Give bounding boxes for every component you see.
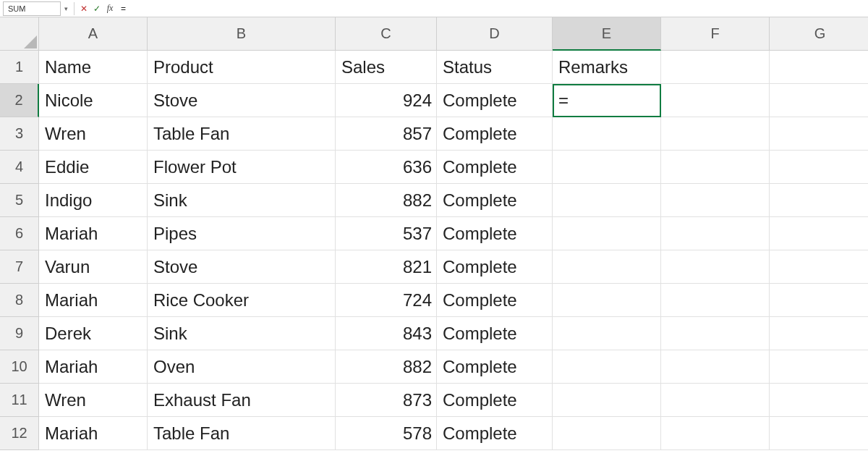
- cell-D10[interactable]: Complete: [437, 350, 553, 384]
- cell-D5[interactable]: Complete: [437, 184, 553, 217]
- cell-E2[interactable]: =: [553, 84, 661, 117]
- cell-G4[interactable]: [770, 151, 868, 184]
- cell-E12[interactable]: [553, 417, 661, 450]
- cell-G8[interactable]: [770, 284, 868, 317]
- cell-E3[interactable]: [553, 117, 661, 151]
- cell-A2[interactable]: Nicole: [39, 84, 148, 117]
- col-header-E[interactable]: E: [553, 17, 661, 51]
- cell-E9[interactable]: [553, 317, 661, 350]
- cell-A8[interactable]: Mariah: [39, 284, 148, 317]
- cell-F1[interactable]: [661, 51, 770, 84]
- cell-G6[interactable]: [770, 217, 868, 250]
- cell-E5[interactable]: [553, 184, 661, 217]
- cell-E1[interactable]: Remarks: [553, 51, 661, 84]
- cell-B5[interactable]: Sink: [148, 184, 336, 217]
- cell-F6[interactable]: [661, 217, 770, 250]
- cell-G11[interactable]: [770, 384, 868, 417]
- cell-B2[interactable]: Stove: [148, 84, 336, 117]
- cell-C9[interactable]: 843: [336, 317, 437, 350]
- cell-E6[interactable]: [553, 217, 661, 250]
- row-header-5[interactable]: 5: [0, 184, 39, 217]
- cell-E11[interactable]: [553, 384, 661, 417]
- cell-F10[interactable]: [661, 350, 770, 384]
- row-header-3[interactable]: 3: [0, 117, 39, 151]
- row-header-2[interactable]: 2: [0, 84, 39, 117]
- cell-A5[interactable]: Indigo: [39, 184, 148, 217]
- cell-G2[interactable]: [770, 84, 868, 117]
- row-header-12[interactable]: 12: [0, 417, 39, 450]
- cell-E8[interactable]: [553, 284, 661, 317]
- select-all-corner[interactable]: [0, 17, 39, 51]
- cell-B1[interactable]: Product: [148, 51, 336, 84]
- cancel-icon[interactable]: ✕: [77, 2, 90, 15]
- name-box[interactable]: SUM: [3, 1, 61, 16]
- chevron-down-icon[interactable]: ▾: [61, 5, 71, 12]
- cell-D9[interactable]: Complete: [437, 317, 553, 350]
- cell-D7[interactable]: Complete: [437, 250, 553, 284]
- cell-C3[interactable]: 857: [336, 117, 437, 151]
- cell-A12[interactable]: Mariah: [39, 417, 148, 450]
- cell-C7[interactable]: 821: [336, 250, 437, 284]
- cell-D11[interactable]: Complete: [437, 384, 553, 417]
- row-header-11[interactable]: 11: [0, 384, 39, 417]
- cell-A6[interactable]: Mariah: [39, 217, 148, 250]
- cell-C5[interactable]: 882: [336, 184, 437, 217]
- col-header-B[interactable]: B: [148, 17, 336, 51]
- cell-F12[interactable]: [661, 417, 770, 450]
- cell-A10[interactable]: Mariah: [39, 350, 148, 384]
- cell-A1[interactable]: Name: [39, 51, 148, 84]
- cell-F2[interactable]: [661, 84, 770, 117]
- cell-F8[interactable]: [661, 284, 770, 317]
- cell-B6[interactable]: Pipes: [148, 217, 336, 250]
- cell-C10[interactable]: 882: [336, 350, 437, 384]
- cell-F9[interactable]: [661, 317, 770, 350]
- cell-C1[interactable]: Sales: [336, 51, 437, 84]
- cell-A11[interactable]: Wren: [39, 384, 148, 417]
- cell-D12[interactable]: Complete: [437, 417, 553, 450]
- cell-B7[interactable]: Stove: [148, 250, 336, 284]
- cell-G12[interactable]: [770, 417, 868, 450]
- row-header-7[interactable]: 7: [0, 250, 39, 284]
- col-header-D[interactable]: D: [437, 17, 553, 51]
- cell-D2[interactable]: Complete: [437, 84, 553, 117]
- cell-G1[interactable]: [770, 51, 868, 84]
- row-header-10[interactable]: 10: [0, 350, 39, 384]
- cell-B4[interactable]: Flower Pot: [148, 151, 336, 184]
- row-header-1[interactable]: 1: [0, 51, 39, 84]
- cell-B12[interactable]: Table Fan: [148, 417, 336, 450]
- row-header-6[interactable]: 6: [0, 217, 39, 250]
- formula-input[interactable]: [116, 1, 868, 16]
- cell-D1[interactable]: Status: [437, 51, 553, 84]
- cell-F11[interactable]: [661, 384, 770, 417]
- cell-A7[interactable]: Varun: [39, 250, 148, 284]
- cell-F4[interactable]: [661, 151, 770, 184]
- cell-B11[interactable]: Exhaust Fan: [148, 384, 336, 417]
- fx-icon[interactable]: fx: [103, 2, 116, 15]
- cell-C4[interactable]: 636: [336, 151, 437, 184]
- cell-C2[interactable]: 924: [336, 84, 437, 117]
- cell-G5[interactable]: [770, 184, 868, 217]
- cell-C6[interactable]: 537: [336, 217, 437, 250]
- cell-F7[interactable]: [661, 250, 770, 284]
- cell-C8[interactable]: 724: [336, 284, 437, 317]
- cell-B3[interactable]: Table Fan: [148, 117, 336, 151]
- cell-A3[interactable]: Wren: [39, 117, 148, 151]
- cell-F5[interactable]: [661, 184, 770, 217]
- cell-E4[interactable]: [553, 151, 661, 184]
- col-header-G[interactable]: G: [770, 17, 868, 51]
- cell-D4[interactable]: Complete: [437, 151, 553, 184]
- cell-G9[interactable]: [770, 317, 868, 350]
- cell-D6[interactable]: Complete: [437, 217, 553, 250]
- cell-A9[interactable]: Derek: [39, 317, 148, 350]
- cell-E10[interactable]: [553, 350, 661, 384]
- cell-G7[interactable]: [770, 250, 868, 284]
- row-header-4[interactable]: 4: [0, 151, 39, 184]
- cell-B10[interactable]: Oven: [148, 350, 336, 384]
- cell-B8[interactable]: Rice Cooker: [148, 284, 336, 317]
- cell-E7[interactable]: [553, 250, 661, 284]
- confirm-icon[interactable]: ✓: [90, 2, 103, 15]
- cell-G10[interactable]: [770, 350, 868, 384]
- cell-C12[interactable]: 578: [336, 417, 437, 450]
- cell-A4[interactable]: Eddie: [39, 151, 148, 184]
- row-header-9[interactable]: 9: [0, 317, 39, 350]
